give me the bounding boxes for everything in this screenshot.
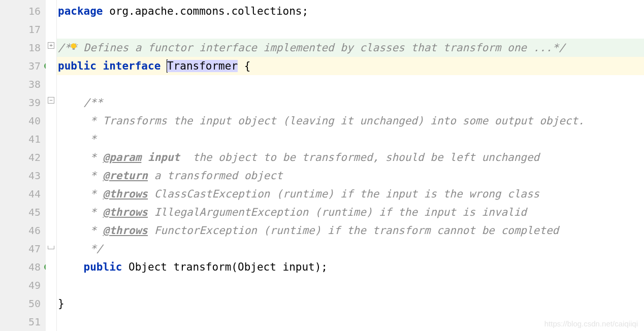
code-area[interactable]: package org.apache.commons.collections; … bbox=[57, 0, 644, 331]
code-line[interactable] bbox=[57, 276, 644, 294]
code-line[interactable]: * @throws IllegalArgumentException (runt… bbox=[57, 203, 644, 221]
line-number: 38 bbox=[0, 75, 46, 93]
fold-column: + − bbox=[46, 0, 57, 331]
line-number: 44 bbox=[0, 185, 46, 203]
code-line[interactable]: * @return a transformed object bbox=[57, 167, 644, 185]
line-number: 18 bbox=[0, 39, 46, 57]
code-line[interactable]: * @throws ClassCastException (runtime) i… bbox=[57, 185, 644, 203]
line-number: 41 bbox=[0, 130, 46, 148]
code-line[interactable]: package org.apache.commons.collections; bbox=[57, 2, 644, 20]
line-number: 16 bbox=[0, 2, 46, 20]
line-number: 48 I ↓ bbox=[0, 258, 46, 276]
code-line[interactable]: * @throws FunctorException (runtime) if … bbox=[57, 221, 644, 240]
fold-end-icon[interactable] bbox=[48, 246, 54, 249]
line-number: 37 I ↓ bbox=[0, 57, 46, 75]
line-number: 43 bbox=[0, 167, 46, 185]
code-line[interactable]: public Object transform(Object input); bbox=[57, 258, 644, 276]
code-line[interactable]: } bbox=[57, 294, 644, 313]
code-line[interactable] bbox=[57, 75, 644, 93]
code-line-current[interactable]: public interface Transformer { bbox=[57, 57, 644, 75]
code-line[interactable] bbox=[57, 20, 644, 39]
code-line[interactable]: /** Defines a functor interface implemen… bbox=[57, 39, 644, 57]
line-number: 46 bbox=[0, 221, 46, 240]
line-number: 42 bbox=[0, 148, 46, 167]
svg-rect-1 bbox=[73, 48, 75, 50]
line-number: 17 bbox=[0, 20, 46, 39]
line-number-gutter: 16 17 18 37 I ↓ 38 39 40 41 42 43 44 45 … bbox=[0, 0, 46, 331]
code-line[interactable]: * bbox=[57, 130, 644, 148]
line-number: 51 bbox=[0, 313, 46, 331]
line-number: 39 bbox=[0, 93, 46, 112]
line-number: 50 bbox=[0, 294, 46, 313]
code-editor[interactable]: 16 17 18 37 I ↓ 38 39 40 41 42 43 44 45 … bbox=[0, 0, 644, 331]
line-number: 40 bbox=[0, 112, 46, 130]
line-number: 49 bbox=[0, 276, 46, 294]
fold-expand-icon[interactable]: + bbox=[48, 42, 54, 49]
code-line[interactable]: /** bbox=[57, 93, 644, 112]
line-number: 45 bbox=[0, 203, 46, 221]
code-line[interactable]: * Transforms the input object (leaving i… bbox=[57, 112, 644, 130]
code-line[interactable]: * @param input the object to be transfor… bbox=[57, 148, 644, 167]
intention-bulb-icon[interactable] bbox=[69, 42, 78, 51]
watermark-text: https://blog.csdn.net/caiqiiqi bbox=[544, 319, 638, 328]
svg-point-0 bbox=[71, 43, 77, 49]
line-number: 47 bbox=[0, 240, 46, 258]
code-line[interactable]: */ bbox=[57, 240, 644, 258]
fold-collapse-icon[interactable]: − bbox=[48, 97, 54, 104]
